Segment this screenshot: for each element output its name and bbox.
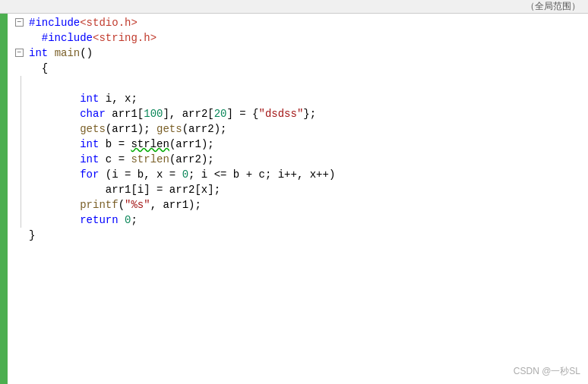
code-line-5 (12, 76, 588, 91)
kw-int-1: int (80, 93, 99, 105)
code-content-15: } (26, 228, 588, 243)
fold-col-12 (12, 182, 26, 197)
fn-gets-1: gets (80, 123, 106, 135)
fn-strlen-1: strlen (131, 138, 169, 150)
code-line-10: int c = strlen(arr2); (12, 152, 588, 167)
code-content-5 (26, 76, 588, 91)
code-content-4: { (26, 61, 588, 76)
fold-col-4 (12, 61, 26, 64)
code-line-1: − #include<stdio.h> (12, 15, 588, 30)
code-content-12: arr1[i] = arr2[x]; (26, 182, 588, 197)
fn-gets-2: gets (156, 123, 182, 135)
fold-col-8 (12, 121, 26, 137)
fold-col-13 (12, 197, 26, 212)
kw-include-1: #include (29, 17, 80, 29)
kw-for: for (80, 168, 99, 181)
fold-col-7 (12, 106, 26, 121)
fold-minus-1[interactable]: − (15, 18, 24, 27)
inc-stdio: <stdio.h> (80, 17, 138, 29)
code-content-3: int main() (26, 46, 588, 61)
fn-main: main (55, 47, 81, 59)
code-content-13: printf("%s", arr1); (26, 197, 588, 212)
fold-col-1: − (12, 15, 26, 27)
code-content-14: return 0; (26, 212, 588, 228)
code-line-13: printf("%s", arr1); (12, 197, 588, 212)
scope-label: （全局范围） (526, 0, 580, 13)
code-content-10: int c = strlen(arr2); (26, 152, 588, 167)
code-line-14: return 0; (12, 212, 588, 228)
kw-int-main: int (29, 47, 48, 59)
code-line-4: { (12, 61, 588, 76)
code-content-9: int b = strlen(arr1); (26, 137, 588, 152)
code-content-7: char arr1[100], arr2[20] = {"dsdss"}; (26, 106, 588, 121)
code-content-2: #include<string.h> (26, 30, 588, 46)
code-line-8: gets(arr1); gets(arr2); (12, 121, 588, 137)
code-content-1: #include<stdio.h> (26, 15, 588, 30)
code-line-2: #include<string.h> (12, 30, 588, 46)
code-area: − #include<stdio.h> #include<string.h> (0, 14, 588, 384)
fold-col-5 (12, 76, 26, 91)
code-line-3: − int main() (12, 46, 588, 61)
fold-col-9 (12, 137, 26, 152)
watermark: CSDN @一秒SL (514, 365, 580, 378)
fn-strlen-2: strlen (131, 153, 169, 165)
inc-string: <string.h> (93, 32, 156, 44)
left-accent-bar (0, 14, 8, 384)
fold-minus-3[interactable]: − (15, 49, 24, 57)
kw-char: char (80, 108, 106, 120)
editor-container: （全局范围） − #include<stdio.h> (0, 0, 588, 384)
fold-col-14 (12, 212, 26, 228)
top-bar: （全局范围） (0, 0, 588, 14)
code-line-12: arr1[i] = arr2[x]; (12, 182, 588, 197)
fold-col-6 (12, 91, 26, 106)
code-line-11: for (i = b, x = 0; i <= b + c; i++, x++) (12, 167, 588, 182)
fold-col-10 (12, 152, 26, 167)
fold-col-3: − (12, 46, 26, 57)
code-line-9: int b = strlen(arr1); (12, 137, 588, 152)
fold-col-15 (12, 228, 26, 243)
open-brace: { (42, 62, 48, 74)
kw-int-2: int (80, 138, 99, 150)
fold-col-11 (12, 167, 26, 182)
kw-int-3: int (80, 153, 99, 165)
code-content-11: for (i = b, x = 0; i <= b + c; i++, x++) (26, 167, 588, 182)
fn-printf: printf (80, 199, 118, 211)
fold-col-2 (12, 30, 26, 46)
code-content-6: int i, x; (26, 91, 588, 106)
code-line-15: } (12, 228, 588, 243)
kw-include-2: #include (42, 32, 93, 44)
kw-return: return (80, 214, 118, 226)
code-line-6: int i, x; (12, 91, 588, 106)
code-content-8: gets(arr1); gets(arr2); (26, 121, 588, 137)
code-line-7: char arr1[100], arr2[20] = {"dsdss"}; (12, 106, 588, 121)
